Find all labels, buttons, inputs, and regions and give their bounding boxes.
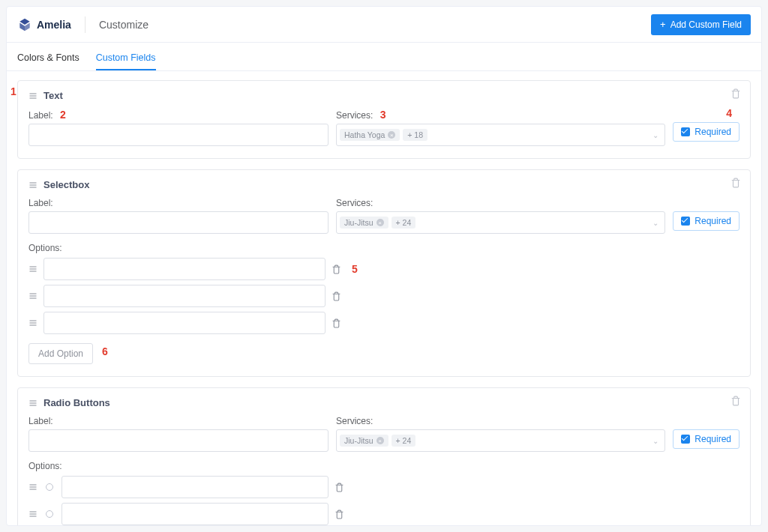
- services-select[interactable]: Hatha Yoga × + 18 ⌄: [336, 124, 665, 146]
- option-input[interactable]: [62, 476, 328, 498]
- trash-icon: [332, 318, 341, 328]
- remove-tag-icon[interactable]: ×: [376, 219, 384, 226]
- delete-card-button[interactable]: [730, 396, 741, 406]
- svg-point-25: [46, 511, 53, 518]
- card-title: Radio Buttons: [44, 397, 110, 408]
- option-drag-handle[interactable]: [28, 318, 38, 327]
- custom-field-card-selectbox: Selectbox Label: Services: Jiu-Jitsu ×: [17, 169, 751, 377]
- remove-tag-icon[interactable]: ×: [388, 131, 395, 139]
- option-input[interactable]: [44, 285, 326, 307]
- trash-icon: [332, 291, 341, 301]
- brand-logo: Amelia: [17, 17, 71, 32]
- trash-icon: [334, 510, 344, 519]
- radio-icon: [44, 481, 56, 493]
- tab-colors-fonts[interactable]: Colors & Fonts: [17, 52, 80, 70]
- annotation-5: 5: [352, 263, 358, 275]
- drag-icon: [28, 91, 38, 100]
- service-tag-label: Hatha Yoga: [344, 130, 385, 139]
- annotation-6: 6: [102, 345, 108, 357]
- remove-tag-icon[interactable]: ×: [376, 437, 384, 444]
- option-input[interactable]: [62, 503, 328, 525]
- page-header: Amelia Customize + Add Custom Field: [7, 7, 761, 43]
- card-title: Selectbox: [44, 179, 89, 190]
- drag-icon: [28, 318, 38, 327]
- required-toggle[interactable]: Required: [673, 122, 740, 142]
- amelia-logo-icon: [17, 17, 32, 32]
- required-label: Required: [694, 216, 731, 226]
- delete-option-button[interactable]: [332, 265, 341, 274]
- drag-handle[interactable]: [28, 399, 38, 408]
- trash-icon: [730, 88, 741, 99]
- trash-icon: [730, 396, 741, 406]
- tabs-nav: Colors & Fonts Custom Fields: [7, 43, 761, 71]
- label-input[interactable]: [28, 124, 328, 146]
- delete-option-button[interactable]: [334, 483, 344, 492]
- drag-icon: [28, 483, 38, 492]
- service-tag-label: Jiu-Jitsu: [344, 436, 374, 445]
- plus-icon: +: [660, 19, 666, 29]
- option-drag-handle[interactable]: [28, 483, 38, 492]
- add-option-button[interactable]: Add Option: [28, 343, 93, 364]
- option-drag-handle[interactable]: [28, 291, 38, 300]
- custom-field-card-radio: Radio Buttons Label: Services: Jiu-Jitsu…: [17, 387, 751, 525]
- label-caption: Label:: [28, 416, 328, 426]
- option-row: [28, 312, 740, 334]
- checkbox-checked-icon: [681, 435, 690, 444]
- svg-point-21: [46, 484, 53, 491]
- service-more-count: + 24: [392, 435, 416, 447]
- drag-icon: [28, 510, 38, 519]
- delete-card-button[interactable]: [730, 88, 741, 99]
- service-tag: Hatha Yoga ×: [340, 129, 400, 141]
- option-row: 5: [28, 258, 740, 280]
- drag-icon: [28, 291, 38, 300]
- delete-option-button[interactable]: [332, 318, 341, 328]
- annotation-4: 4: [726, 107, 732, 119]
- trash-icon: [730, 178, 741, 188]
- drag-handle[interactable]: [28, 91, 38, 100]
- chevron-down-icon: ⌄: [652, 219, 658, 227]
- option-input[interactable]: [44, 258, 326, 280]
- label-input[interactable]: [28, 211, 328, 234]
- option-input[interactable]: [44, 312, 326, 334]
- delete-card-button[interactable]: [730, 178, 741, 188]
- option-drag-handle[interactable]: [28, 510, 38, 519]
- brand-name: Amelia: [37, 19, 71, 31]
- services-caption: Services:: [336, 416, 665, 426]
- services-select[interactable]: Jiu-Jitsu × + 24 ⌄: [336, 211, 665, 234]
- tab-custom-fields[interactable]: Custom Fields: [96, 52, 156, 70]
- option-drag-handle[interactable]: [28, 265, 38, 273]
- drag-handle[interactable]: [28, 181, 38, 190]
- header-divider: [85, 16, 86, 33]
- services-select[interactable]: Jiu-Jitsu × + 24 ⌄: [336, 429, 665, 452]
- add-button-label: Add Custom Field: [670, 19, 742, 30]
- chevron-down-icon: ⌄: [652, 131, 658, 139]
- label-input[interactable]: [28, 429, 328, 452]
- service-more-count: + 18: [403, 129, 428, 141]
- services-caption: Services: 3: [336, 109, 665, 121]
- required-label: Required: [694, 434, 731, 444]
- service-more-count: + 24: [392, 217, 416, 229]
- annotation-2: 2: [60, 109, 66, 121]
- drag-icon: [28, 399, 38, 408]
- radio-icon: [44, 508, 56, 520]
- drag-icon: [28, 181, 38, 190]
- annotation-1: 1: [10, 85, 16, 97]
- delete-option-button[interactable]: [334, 510, 344, 519]
- required-label: Required: [694, 127, 731, 137]
- service-tag: Jiu-Jitsu ×: [340, 217, 388, 229]
- delete-option-button[interactable]: [332, 291, 341, 301]
- card-title: Text: [44, 90, 63, 101]
- drag-icon: [28, 265, 38, 273]
- add-custom-field-button[interactable]: + Add Custom Field: [651, 14, 751, 35]
- options-caption: Options:: [28, 461, 740, 471]
- label-caption: Label:: [28, 198, 328, 208]
- required-toggle[interactable]: Required: [673, 429, 740, 449]
- page-title: Customize: [99, 19, 148, 31]
- option-row: [28, 285, 740, 307]
- option-row: [28, 503, 740, 525]
- required-toggle[interactable]: Required: [673, 211, 740, 231]
- chevron-down-icon: ⌄: [652, 437, 658, 445]
- service-tag-label: Jiu-Jitsu: [344, 218, 374, 227]
- services-caption: Services:: [336, 198, 665, 208]
- trash-icon: [334, 483, 344, 492]
